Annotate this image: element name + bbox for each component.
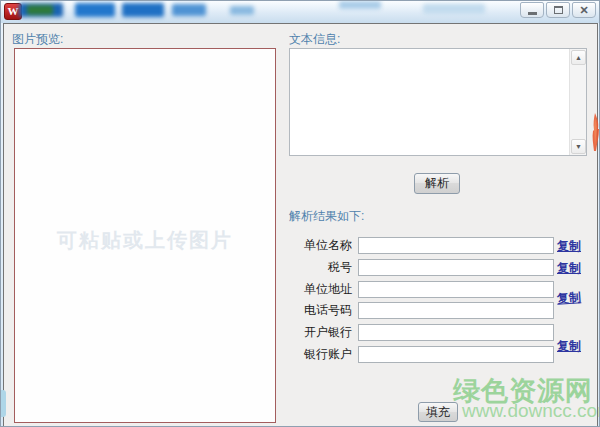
maximize-button[interactable] [546,2,570,18]
scroll-up-icon: ▲ [575,54,582,61]
company-address-input[interactable] [358,281,554,298]
textarea-scrollbar[interactable]: ▲ ▼ [569,49,586,155]
company-name-label: 单位名称 [295,237,352,254]
watermark-site-url: www.downcc.com [462,400,600,422]
text-info-label: 文本信息: [289,31,340,48]
field-row-company-address: 单位地址 [295,281,554,298]
minimize-icon [528,12,537,15]
bank-account-label: 银行账户 [295,346,352,363]
minimize-button[interactable] [520,2,544,18]
bank-account-input[interactable] [358,346,554,363]
tax-number-input[interactable] [358,259,554,276]
phone-number-label: 电话号码 [295,302,352,319]
copy-link-company-name[interactable]: 复制 [557,238,581,255]
app-window: W ✕ 图片预览: 可粘贴或上传图片 文本信息: ▲ ▼ 解析 解析结果如下: … [0,0,600,427]
titlebar-redacted-title [1,1,521,23]
copy-link-company-address[interactable]: 复制 [556,289,581,308]
scroll-down-icon: ▼ [575,143,582,150]
parse-button[interactable]: 解析 [414,173,460,194]
titlebar[interactable]: W ✕ [1,1,600,23]
red-edge-marker-icon [591,113,600,151]
text-info-input[interactable] [290,49,569,155]
field-row-bank-name: 开户银行 [295,324,554,341]
text-info-box: ▲ ▼ [289,48,587,156]
field-row-bank-account: 银行账户 [295,346,554,363]
close-icon: ✕ [579,5,588,16]
company-name-input[interactable] [358,237,554,254]
window-controls: ✕ [520,2,596,18]
scroll-down-button[interactable]: ▼ [571,139,586,154]
scroll-up-button[interactable]: ▲ [571,50,586,65]
left-edge-strip [1,390,6,417]
bank-name-label: 开户银行 [295,324,352,341]
bank-name-input[interactable] [358,324,554,341]
field-row-phone-number: 电话号码 [295,302,554,319]
field-row-company-name: 单位名称 [295,237,554,254]
fill-button[interactable]: 填充 [418,402,458,422]
close-button[interactable]: ✕ [572,2,596,18]
image-preview-dropzone[interactable]: 可粘贴或上传图片 [14,48,276,423]
maximize-icon [554,6,563,14]
phone-number-input[interactable] [358,302,554,319]
field-row-tax-number: 税号 [295,259,554,276]
image-preview-label: 图片预览: [12,31,63,48]
copy-link-tax-number[interactable]: 复制 [557,260,581,277]
upload-hint-text: 可粘贴或上传图片 [15,227,275,254]
company-address-label: 单位地址 [295,281,352,298]
copy-link-bank-account[interactable]: 复制 [557,338,581,355]
results-label: 解析结果如下: [289,208,364,225]
tax-number-label: 税号 [295,259,352,276]
